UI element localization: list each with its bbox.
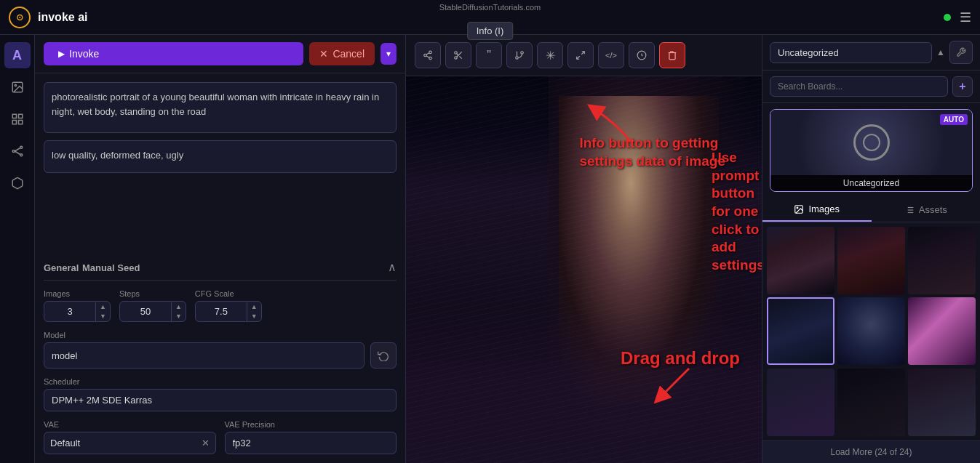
vae-label: VAE <box>44 420 216 429</box>
svg-line-24 <box>581 52 584 55</box>
gallery-thumb-4[interactable] <box>767 297 834 365</box>
add-board-button[interactable]: + <box>952 76 973 97</box>
svg-point-8 <box>20 154 22 156</box>
timer-tool-button[interactable] <box>629 42 655 68</box>
quote-icon: " <box>487 49 491 62</box>
model-select[interactable]: model <box>44 342 364 369</box>
cfg-input-wrap: ▲ ▼ <box>195 301 262 322</box>
steps-increment[interactable]: ▲ <box>172 302 186 312</box>
section-header: General Manual Seed ∧ <box>44 254 397 281</box>
svg-point-6 <box>12 150 15 153</box>
invoke-button[interactable]: ▶ Invoke <box>44 42 303 65</box>
svg-point-17 <box>455 57 458 60</box>
images-input[interactable] <box>44 302 95 321</box>
gallery-thumb-8[interactable] <box>837 369 905 436</box>
nav-text-tool[interactable]: A <box>4 42 31 68</box>
center-toolbar: " ✳ </> <box>406 35 762 76</box>
share-icon <box>423 50 433 60</box>
images-tab-icon <box>794 204 804 214</box>
nav-package-tool[interactable] <box>4 170 31 196</box>
expand-tool-button[interactable] <box>567 42 594 68</box>
svg-line-20 <box>457 54 458 55</box>
refresh-icon <box>378 350 389 361</box>
vae-row: VAE ✕ VAE Precision fp32 <box>44 420 397 454</box>
images-input-wrap: ▲ ▼ <box>44 301 111 322</box>
steps-input[interactable] <box>120 302 171 321</box>
cancel-button[interactable]: ✕ Cancel <box>309 42 375 65</box>
gallery-thumb-2[interactable] <box>837 227 905 294</box>
gallery-thumb-7[interactable] <box>767 369 834 436</box>
positive-prompt-box: photorealistic portrait of a young beaut… <box>44 82 397 133</box>
topbar: ⊙ invoke ai StableDiffusionTutorials.com… <box>0 0 980 35</box>
svg-line-28 <box>642 55 642 56</box>
tab-images[interactable]: Images <box>762 198 872 222</box>
nav-image-tool[interactable] <box>4 74 31 100</box>
svg-point-7 <box>20 146 22 148</box>
topbar-right: ☰ <box>944 9 971 25</box>
assets-tab-label: Assets <box>919 204 947 215</box>
wrench-icon <box>956 47 966 57</box>
icon-nav: A <box>0 35 35 463</box>
svg-point-30 <box>797 207 799 209</box>
svg-line-10 <box>15 151 20 155</box>
info-tooltip: Info (I) <box>467 22 514 40</box>
load-more-button[interactable]: Load More (24 of 24) <box>762 440 980 463</box>
scheduler-select[interactable]: DPM++ 2M SDE Karras <box>44 389 397 411</box>
vae-clear-button[interactable]: ✕ <box>196 438 215 448</box>
code-tool-button[interactable]: </> <box>598 42 624 68</box>
svg-line-15 <box>426 53 429 55</box>
search-input[interactable] <box>770 76 948 97</box>
assets-tab-icon <box>904 205 915 215</box>
asterisk-tool-button[interactable]: ✳ <box>537 42 563 68</box>
svg-point-23 <box>516 57 519 60</box>
steps-decrement[interactable]: ▼ <box>172 312 186 321</box>
svg-rect-2 <box>12 114 16 118</box>
drag-annotation: Drag and drop <box>621 348 740 369</box>
expand-icon <box>575 50 586 60</box>
model-refresh-button[interactable] <box>370 342 397 369</box>
cfg-increment[interactable]: ▲ <box>247 302 261 312</box>
share-tool-button[interactable] <box>415 42 441 68</box>
gallery-thumb-9[interactable] <box>908 369 976 436</box>
steps-stepper: ▲ ▼ <box>171 302 186 321</box>
vae-input[interactable] <box>44 432 196 454</box>
svg-point-13 <box>429 57 432 60</box>
cfg-decrement[interactable]: ▼ <box>247 312 261 321</box>
images-decrement[interactable]: ▼ <box>96 312 110 321</box>
board-settings-button[interactable] <box>949 41 973 64</box>
section-title-group: General Manual Seed <box>44 261 140 274</box>
info-annotation: Info button to gettingsettings data of i… <box>579 134 725 170</box>
images-label: Images <box>44 289 111 298</box>
branch-tool-button[interactable] <box>506 42 533 68</box>
svg-point-1 <box>15 84 16 86</box>
svg-rect-4 <box>12 121 16 124</box>
tab-assets[interactable]: Assets <box>872 198 981 222</box>
scheduler-label: Scheduler <box>44 377 397 386</box>
delete-tool-button[interactable] <box>659 42 685 68</box>
invoke-dropdown-button[interactable]: ▾ <box>381 43 397 65</box>
images-increment[interactable]: ▲ <box>96 302 110 312</box>
gallery-thumb-1[interactable] <box>767 227 834 294</box>
svg-line-19 <box>459 56 461 58</box>
vae-precision-select[interactable]: fp32 <box>225 432 397 454</box>
quote-tool-button[interactable]: " <box>476 42 502 68</box>
branch-icon <box>514 50 525 60</box>
search-bar: + <box>762 71 980 103</box>
negative-prompt-box: low quality, deformed face, ugly <box>44 140 397 173</box>
board-select[interactable]: Uncategorized <box>770 42 932 63</box>
board-card: AUTO Uncategorized <box>770 109 973 192</box>
right-panel: Uncategorized ▲ + AUTO Uncategorized <box>762 35 980 463</box>
nav-grid-tool[interactable] <box>4 106 31 132</box>
gallery-thumb-6[interactable] <box>908 297 976 365</box>
steps-input-wrap: ▲ ▼ <box>119 301 186 322</box>
board-select-row: Uncategorized ▲ <box>762 35 980 71</box>
cfg-input[interactable] <box>196 302 247 321</box>
menu-button[interactable]: ☰ <box>960 9 971 25</box>
cut-tool-button[interactable] <box>445 42 471 68</box>
gallery-thumb-3[interactable] <box>908 227 976 294</box>
svg-point-11 <box>429 51 432 54</box>
section-collapse-icon[interactable]: ∧ <box>388 260 397 274</box>
asterisk-icon: ✳ <box>546 49 555 63</box>
gallery-thumb-5[interactable] <box>837 297 905 365</box>
nav-nodes-tool[interactable] <box>4 138 31 164</box>
